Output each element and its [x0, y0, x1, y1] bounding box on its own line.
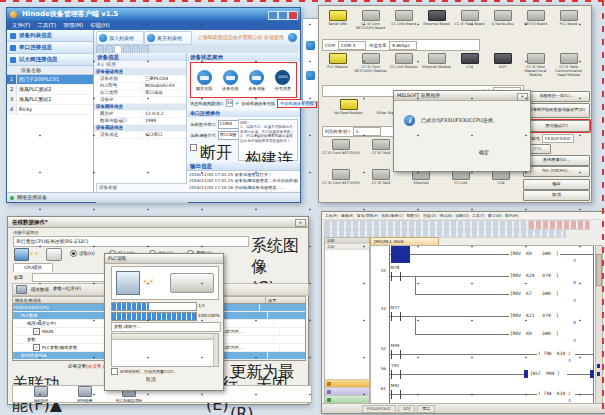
sidebar-section-device-list[interactable]: 设备列表信息 [7, 30, 93, 42]
device-list-row[interactable]: 1 西门子200PLC01 [7, 75, 93, 85]
property-row[interactable]: 设备名称 三菱PLC04 [94, 76, 186, 83]
menu-item[interactable]: 工具(T) [37, 21, 56, 30]
row-checkbox[interactable]: ✓ [27, 360, 34, 361]
pc-interface-item[interactable]: Ethernet Board [420, 10, 453, 30]
direct-connection-button[interactable]: 可编程控制器直接连接设置(D) [523, 103, 590, 118]
plc-interface-item[interactable]: CC IE Field Communication Head Module [552, 53, 585, 77]
property-row[interactable]: 设备基础信息 [94, 69, 186, 76]
pc-interface-item[interactable]: Serial USB [321, 10, 354, 30]
property-row[interactable]: PLC型号 Mitsubishi-FX [94, 83, 186, 90]
navigation-bar[interactable] [325, 387, 369, 395]
property-row[interactable]: 数据传输端口 1989 [94, 118, 186, 125]
contact-M92[interactable] [391, 390, 401, 399]
join-list-button[interactable]: 加入列表组 [96, 31, 144, 45]
tel-button[interactable]: TEL (FXCPU)... [523, 166, 590, 177]
plc-interface-item[interactable]: C24 [453, 53, 486, 77]
module-tab[interactable]: CPU模块 [13, 263, 53, 272]
property-row[interactable]: 网关IP 12.0.0.2 [94, 111, 186, 118]
device-tab[interactable] [105, 45, 113, 53]
connection-list-button[interactable]: 连接路径一览(L)... [523, 91, 590, 102]
param-program-button[interactable]: 参数+程序(P) [53, 286, 103, 294]
menu-item[interactable]: 转换/编译(C) [381, 212, 403, 219]
edit-cursor[interactable] [391, 245, 410, 263]
contact-M78[interactable] [391, 272, 401, 281]
related-tool[interactable]: 远程操作 [19, 386, 63, 403]
minimize-button[interactable] [268, 11, 278, 20]
sidebar-section-ethernet[interactable]: 以太网连接信息 [7, 54, 93, 66]
melsoft-popup-titlebar[interactable]: MELSOFT 应用程序 ✕ [394, 91, 530, 101]
plc-interface-item[interactable]: CC IE Cont NET/10(H) Module [354, 53, 387, 77]
row-checkbox[interactable]: ✓ [33, 328, 40, 335]
com-port-value[interactable]: COM 3 [338, 41, 366, 50]
device-tab[interactable] [123, 45, 131, 53]
menu-item[interactable]: 工具(T) [472, 212, 485, 219]
close-button[interactable]: 关闭 [256, 374, 302, 383]
device-list-row[interactable]: 4 Ricky [7, 105, 93, 115]
plc-interface-item[interactable]: GOT [486, 53, 519, 77]
property-row[interactable]: 设备IP [94, 97, 186, 104]
property-row[interactable]: 设备描述 422串口 [94, 132, 186, 139]
auto-close-checkbox-row[interactable]: 处理结束时，自动关闭窗口(C)。 [111, 368, 178, 375]
coexistence-route-item[interactable]: CC IE Cont NET/10(H) [321, 169, 361, 185]
menu-item[interactable]: 视图(V) [407, 212, 420, 219]
property-row[interactable]: 接口类型 串口连接 [94, 90, 186, 97]
property-row[interactable]: 设备高级信息 [94, 125, 186, 132]
contact-M77[interactable] [391, 312, 401, 321]
row-checkbox[interactable]: ✓ [33, 344, 40, 351]
output-log-list[interactable]: 2016/11/30 17:01:25 设备连接通道打开！2016/11/30 … [187, 170, 300, 193]
device-tab[interactable] [141, 45, 149, 53]
online-dialog-titlebar[interactable]: 在线数据操作* ✕ [8, 217, 308, 228]
serial-option-checkbox[interactable] [190, 144, 197, 151]
pc-interface-item[interactable]: Q Series Bus [486, 10, 519, 30]
menu-item[interactable]: 文件(F) [12, 21, 30, 30]
time-check-value[interactable]: 5 [353, 127, 381, 136]
other-station-item[interactable]: No Specification [321, 99, 376, 119]
sidebar-section-serial[interactable]: 串口连接信息 [7, 42, 93, 54]
plc-interface-item[interactable]: Ethernet Module [420, 53, 453, 77]
menu-item[interactable]: 编辑(E) [341, 212, 354, 219]
pc-interface-item[interactable]: PLC Board [552, 10, 585, 30]
property-row[interactable]: 设备网络信息 [94, 104, 186, 111]
device-tab[interactable] [114, 45, 122, 53]
related-tool[interactable]: 时钟设置 [63, 386, 107, 403]
system-image-button[interactable]: 系统图像(C)... [251, 236, 303, 245]
navigation-bar[interactable] [325, 395, 369, 403]
pc-interface-item[interactable]: CC IE Cont NET/10(H) Board [354, 10, 387, 30]
menu-item[interactable]: 帮助(H) [505, 212, 518, 219]
property-sort-bar[interactable]: A↓ 排序 [94, 61, 186, 69]
progress-cancel-button[interactable]: 取消 [146, 376, 182, 386]
operation-radio[interactable]: 读取(U) [70, 250, 95, 257]
ladder-canvas[interactable]: 33 44 52 56 61 [MOV K9 D80 ] 0 M78 [MOV … [370, 245, 596, 404]
network-route-item[interactable]: CC IE Cont NET/10(H) [321, 139, 361, 155]
device-list-row[interactable]: 2 海爲PLC测试2 [7, 85, 93, 95]
menu-item[interactable]: 帮助(H) [90, 21, 109, 30]
ok-button[interactable]: 确定 [523, 179, 590, 190]
navigation-bar[interactable] [325, 379, 369, 387]
progress-listbox[interactable] [111, 333, 219, 367]
maximize-button[interactable] [278, 11, 288, 20]
detect-interval-input[interactable]: 10 [226, 99, 233, 107]
leave-list-button[interactable]: 离开列表组 [144, 31, 192, 45]
pc-interface-item[interactable]: CC-Link Board [387, 10, 420, 30]
pc-interface-item[interactable]: CC IE Field Board [453, 10, 486, 30]
system-image-button[interactable]: 系统图像(G)... [523, 155, 590, 166]
device-tab[interactable] [96, 45, 104, 53]
menu-item[interactable]: 调试(B) [439, 212, 452, 219]
menu-item[interactable]: 在线(O) [423, 212, 437, 219]
popup-ok-button[interactable]: 确定 [479, 149, 515, 160]
device-list-row[interactable]: 3 海爲PLC测试1 [7, 95, 93, 105]
refresh-button[interactable]: 更新为最新的信息(R) [230, 362, 304, 371]
pc-interface-item[interactable]: NET(II) Board [519, 10, 552, 30]
close-button[interactable] [288, 11, 298, 20]
listbox-scrollbar[interactable] [213, 334, 218, 366]
baud-rate-value[interactable]: 9.6Kbps [389, 41, 417, 50]
build-channel-button[interactable]: 构建连接通道 [245, 149, 297, 158]
plc-interface-item[interactable]: CC-Link Module [387, 53, 420, 77]
menu-item[interactable]: 工程(P) [325, 212, 338, 219]
menu-item[interactable]: 管理(M) [63, 21, 83, 30]
menu-item[interactable]: 窗口(W) [488, 212, 502, 219]
hinode-titlebar[interactable]: Hinode设备管理客户端 v1.5 [7, 8, 300, 21]
dialog-close-icon[interactable]: ✕ [295, 219, 306, 227]
contact-M99[interactable] [391, 350, 401, 359]
auto-detect-checkbox[interactable]: ✔ [235, 100, 239, 106]
